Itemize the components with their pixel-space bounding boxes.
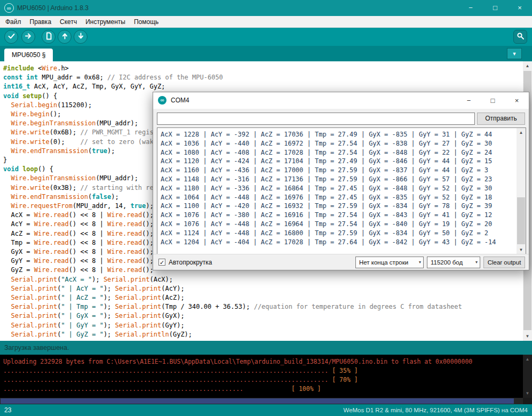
send-button[interactable]: Отправить <box>477 113 525 125</box>
serial-rows: AcX = 1228 | AcY = -392 | AcZ = 17036 | … <box>161 130 496 246</box>
code-line: #include <Wire.h> <box>3 64 462 73</box>
chevron-down-icon: ▾ <box>419 257 421 268</box>
arduino-logo-icon: ∞ <box>158 96 166 105</box>
window-title: MPU6050 | Arduino 1.8.3 <box>17 0 89 16</box>
code-line: Serial.print(" | AcY = "); Serial.print(… <box>3 284 462 293</box>
serial-row: AcX = 1064 | AcY = -448 | AcZ = 16976 | … <box>161 193 496 202</box>
code-line: const int MPU_addr = 0x68; // I2C addres… <box>3 73 462 82</box>
status-strip: Загрузка завершена. <box>0 341 532 355</box>
console-hscrollbar-thumb[interactable] <box>1 398 514 404</box>
upload-button[interactable] <box>21 30 35 44</box>
code-line: Serial.print("AcX = "); Serial.print(AcX… <box>3 275 462 284</box>
serial-row: AcX = 1124 | AcY = -448 | AcZ = 16800 | … <box>161 229 496 238</box>
autoscroll-label: Автопрокрутка <box>169 254 212 270</box>
serial-monitor-window: ∞ COM4 − □ × Отправить AcX = 1228 | AcY … <box>153 92 529 270</box>
scroll-down-icon[interactable]: ▼ <box>523 332 532 341</box>
status-footer: 23 WeMos D1 R2 & mini, 80 MHz, 921600, 4… <box>0 404 532 416</box>
serial-input[interactable] <box>157 113 475 125</box>
menu-item[interactable]: Инструменты <box>81 16 130 28</box>
console-line: ........................................… <box>3 385 472 394</box>
scroll-down-icon[interactable]: ▼ <box>523 389 532 398</box>
arduino-ide-window: ∞ MPU6050 | Arduino 1.8.3 − □ × ФайлПрав… <box>0 0 532 416</box>
console-line: ........................................… <box>3 375 472 385</box>
scroll-up-icon[interactable]: ▲ <box>523 61 532 70</box>
serial-row: AcX = 1120 | AcY = -424 | AcZ = 17104 | … <box>161 157 496 166</box>
console-horizontal-scrollbar[interactable] <box>0 398 532 404</box>
build-console[interactable]: Uploading 232928 bytes from C:\Users\A1E… <box>0 355 532 398</box>
minimize-button[interactable]: − <box>457 92 481 109</box>
scroll-up-icon[interactable]: ▲ <box>523 355 532 364</box>
code-line: Serial.print(" | GyY = "); Serial.print(… <box>3 321 462 330</box>
serial-row: AcX = 1076 | AcY = -448 | AcZ = 16964 | … <box>161 220 496 229</box>
serial-monitor-button[interactable] <box>513 30 527 44</box>
save-sketch-button[interactable] <box>74 30 88 44</box>
close-button[interactable]: × <box>507 0 532 16</box>
serial-row: AcX = 1076 | AcY = -380 | AcZ = 16916 | … <box>161 211 496 220</box>
serial-row: AcX = 1100 | AcY = -420 | AcZ = 16932 | … <box>161 202 496 211</box>
serial-scrollbar[interactable]: ▲ ▼ <box>517 128 526 254</box>
scrollbar-corner <box>523 398 532 404</box>
maximize-button[interactable]: □ <box>483 0 507 16</box>
verify-button[interactable] <box>4 30 18 44</box>
menu-item[interactable]: Скетч <box>55 16 81 28</box>
menu-bar: ФайлПравкаСкетчИнструментыПомощь <box>0 16 532 28</box>
scroll-down-icon[interactable]: ▼ <box>517 245 526 254</box>
serial-row: AcX = 1160 | AcY = -436 | AcZ = 17000 | … <box>161 166 496 175</box>
titlebar: ∞ MPU6050 | Arduino 1.8.3 − □ × <box>0 0 532 16</box>
baud-rate-value: 115200 бод <box>431 259 463 266</box>
serial-monitor-titlebar[interactable]: ∞ COM4 − □ × <box>153 92 529 109</box>
minimize-button[interactable]: − <box>458 0 483 16</box>
tab-menu-button[interactable]: ▼ <box>507 48 522 59</box>
menu-item[interactable]: Правка <box>26 16 56 28</box>
status-message: Загрузка завершена. <box>4 341 69 355</box>
open-sketch-button[interactable] <box>58 30 72 44</box>
code-line: Serial.print(" | GyX = "); Serial.print(… <box>3 311 462 321</box>
serial-output[interactable]: AcX = 1228 | AcY = -392 | AcZ = 17036 | … <box>157 127 526 255</box>
cursor-line-number: 23 <box>4 404 11 416</box>
autoscroll-checkbox[interactable]: ✓ <box>158 259 165 266</box>
line-ending-select[interactable]: Нет конца строки ▾ <box>355 257 424 268</box>
menu-item[interactable]: Файл <box>1 16 26 28</box>
new-sketch-button[interactable] <box>42 30 55 44</box>
serial-row: AcX = 1080 | AcY = -408 | AcZ = 17028 | … <box>161 148 496 157</box>
clear-output-button[interactable]: Clear output <box>483 257 525 268</box>
document-icon <box>45 32 53 42</box>
serial-scrollbar-thumb[interactable] <box>517 197 525 244</box>
line-ending-value: Нет конца строки <box>359 259 408 266</box>
arrow-down-icon <box>77 32 85 42</box>
console-scrollbar[interactable]: ▲ ▼ <box>523 355 532 398</box>
baud-rate-select[interactable]: 115200 бод ▾ <box>427 257 480 268</box>
arrow-up-icon <box>61 32 69 42</box>
tab-strip: MPU6050 § ▼ <box>0 46 532 61</box>
toolbar <box>0 28 532 46</box>
console-output: Uploading 232928 bytes from C:\Users\A1E… <box>3 357 472 394</box>
arduino-logo-icon: ∞ <box>4 3 14 13</box>
code-line: Serial.print(" | AcZ = "); Serial.print(… <box>3 293 462 302</box>
serial-row: AcX = 1148 | AcY = -316 | AcZ = 17136 | … <box>161 175 496 184</box>
code-line: int16_t AcX, AcY, AcZ, Tmp, GyX, GyY, Gy… <box>3 82 462 91</box>
maximize-button[interactable]: □ <box>481 92 505 109</box>
arrow-right-icon <box>25 32 33 42</box>
magnifier-icon <box>517 32 525 42</box>
board-port-info: WeMos D1 R2 & mini, 80 MHz, 921600, 4M (… <box>344 404 528 416</box>
tab-mpu6050[interactable]: MPU6050 § <box>4 49 53 61</box>
close-button[interactable]: × <box>505 92 529 109</box>
code-line: Serial.print(" | Tmp = "); Serial.print(… <box>3 302 462 311</box>
check-icon <box>7 32 15 42</box>
console-line: Uploading 232928 bytes from C:\Users\A1E… <box>3 357 472 366</box>
serial-monitor-controls: ✓ Автопрокрутка Нет конца строки ▾ 11520… <box>153 254 529 270</box>
serial-row: AcX = 1228 | AcY = -392 | AcZ = 17036 | … <box>161 130 496 139</box>
serial-row: AcX = 1204 | AcY = -404 | AcZ = 17028 | … <box>161 238 496 247</box>
scroll-up-icon[interactable]: ▲ <box>517 128 526 137</box>
serial-row: AcX = 1180 | AcY = -336 | AcZ = 16864 | … <box>161 184 496 193</box>
serial-monitor-title: COM4 <box>171 92 189 109</box>
menu-item[interactable]: Помощь <box>130 16 163 28</box>
serial-row: AcX = 1036 | AcY = -440 | AcZ = 16972 | … <box>161 139 496 148</box>
chevron-down-icon: ▾ <box>475 257 478 268</box>
console-line: ........................................… <box>3 366 472 375</box>
code-line: Serial.print(" | GyZ = "); Serial.printl… <box>3 330 462 339</box>
